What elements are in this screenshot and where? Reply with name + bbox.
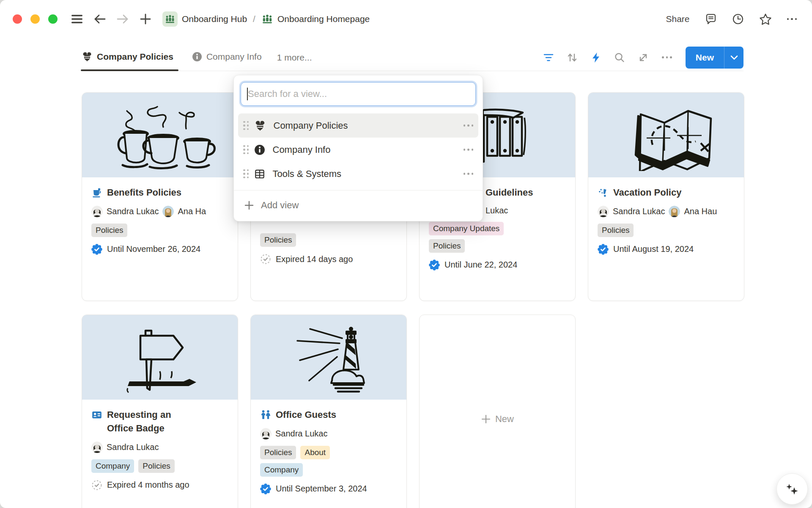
- tab-label: Company Info: [206, 52, 262, 62]
- card-status: Until August 19, 2024: [598, 244, 735, 255]
- more-options-icon[interactable]: [787, 18, 797, 20]
- card-office-badge[interactable]: Requesting an Office Badge Sandra Lukac …: [82, 315, 238, 508]
- plus-icon: [244, 200, 254, 210]
- bee-icon: [82, 52, 93, 62]
- card-authors: Sandra Lukac Ana Ha: [91, 206, 228, 217]
- add-view-label: Add view: [261, 200, 299, 211]
- card-body: Vacation Policy Sandra Lukac Ana Hau Pol…: [588, 177, 744, 263]
- drag-handle-icon[interactable]: [243, 121, 249, 130]
- card-title: Vacation Policy: [598, 186, 735, 199]
- minimize-window-button[interactable]: [30, 14, 40, 24]
- card-body: Requesting an Office Badge Sandra Lukac …: [82, 400, 238, 499]
- favorite-star-icon[interactable]: [759, 13, 772, 25]
- view-item-more-icon[interactable]: [464, 149, 474, 151]
- tab-label: Company Policies: [97, 52, 173, 62]
- expand-icon[interactable]: [634, 48, 653, 67]
- expired-check-icon: [260, 254, 271, 265]
- author-name: Sandra Lukac: [613, 207, 665, 216]
- lightning-icon[interactable]: [587, 48, 605, 67]
- new-button-label[interactable]: New: [686, 47, 724, 69]
- filter-icon[interactable]: [539, 48, 558, 67]
- status-text: Expired 14 days ago: [276, 254, 353, 264]
- drag-handle-icon[interactable]: [243, 169, 249, 179]
- tab-company-info[interactable]: Company Info: [192, 44, 262, 71]
- card-tags: Policies: [598, 224, 735, 237]
- sort-icon[interactable]: [563, 48, 582, 67]
- card-status: Until June 22, 2024: [429, 260, 566, 271]
- status-text: Expired 4 months ago: [107, 480, 189, 490]
- view-item-more-icon[interactable]: [464, 173, 474, 175]
- more-icon[interactable]: [658, 48, 676, 67]
- close-window-button[interactable]: [13, 14, 22, 24]
- view-search-input[interactable]: [241, 82, 476, 106]
- people-meeting-icon: [162, 11, 178, 27]
- status-text: Until September 3, 2024: [276, 484, 367, 494]
- card-tags: Policies About Company: [260, 446, 351, 477]
- people-meeting-icon: [261, 14, 273, 24]
- window-controls: [13, 14, 58, 24]
- back-icon[interactable]: [91, 11, 108, 28]
- view-toolbar: New: [539, 47, 743, 69]
- breadcrumb-page-label: Onboarding Homepage: [277, 14, 370, 24]
- breadcrumb-page[interactable]: Onboarding Homepage: [261, 14, 370, 24]
- tag: Policies: [260, 233, 296, 247]
- view-item-more-icon[interactable]: [464, 124, 474, 127]
- view-item-label: Company Info: [273, 144, 331, 155]
- avatar: [162, 206, 174, 217]
- card-title: Benefits Policies: [91, 186, 228, 199]
- card-tags: Company Updates Policies: [429, 222, 520, 253]
- search-icon[interactable]: [610, 48, 629, 67]
- author-name: Sandra Lukac: [107, 207, 159, 216]
- avatar: [598, 206, 609, 217]
- card-benefits-policies[interactable]: Benefits Policies Sandra Lukac Ana Ha Po…: [82, 92, 238, 301]
- status-text: Until August 19, 2024: [613, 244, 694, 254]
- history-clock-icon[interactable]: [732, 13, 744, 25]
- view-item-company-info[interactable]: Company Info: [238, 138, 478, 162]
- view-item-tools-systems[interactable]: Tools & Systems: [238, 162, 478, 186]
- tag: Policies: [260, 446, 296, 459]
- table-icon: [254, 168, 265, 179]
- card-status: Until November 26, 2024: [91, 244, 228, 255]
- breadcrumb-root[interactable]: Onboarding Hub: [162, 11, 247, 27]
- view-item-label: Tools & Systems: [273, 168, 342, 179]
- author-name: Sandra Lukac: [275, 429, 327, 439]
- tag: About: [300, 446, 330, 459]
- author-name: Lukac: [486, 206, 508, 215]
- comments-icon[interactable]: [705, 13, 717, 25]
- status-text: Until November 26, 2024: [107, 244, 200, 254]
- card-title: Requesting an Office Badge: [91, 408, 228, 435]
- card-vacation-policy[interactable]: Vacation Policy Sandra Lukac Ana Hau Pol…: [588, 92, 744, 301]
- author-name: Ana Hau: [684, 207, 717, 216]
- share-button[interactable]: Share: [666, 14, 689, 24]
- verified-badge-icon: [91, 244, 102, 255]
- tab-company-policies[interactable]: Company Policies: [82, 44, 173, 71]
- drag-handle-icon[interactable]: [243, 145, 249, 155]
- celebration-icon: [598, 187, 609, 198]
- card-office-guests[interactable]: Office Guests Sandra Lukac Policies Abou…: [250, 315, 407, 508]
- card-tags: Policies: [260, 233, 397, 247]
- card-authors: Sandra Lukac: [91, 442, 228, 453]
- folded-map-illustration: [588, 93, 744, 177]
- expired-check-icon: [91, 480, 102, 491]
- zoom-window-button[interactable]: [48, 14, 58, 24]
- add-view-button[interactable]: Add view: [234, 192, 483, 218]
- tag: Policies: [598, 224, 634, 237]
- new-card-label: New: [495, 414, 514, 425]
- chevron-down-icon[interactable]: [724, 47, 743, 69]
- tag: Company: [260, 463, 303, 477]
- author-name: Ana Ha: [178, 207, 206, 216]
- forward-icon[interactable]: [114, 11, 131, 28]
- breadcrumb-separator: /: [252, 14, 256, 24]
- new-card-button[interactable]: New: [419, 315, 576, 508]
- view-item-company-policies[interactable]: Company Policies: [238, 113, 478, 138]
- titlebar: Onboarding Hub / Onboarding Homepage Sha…: [0, 0, 812, 38]
- sidebar-menu-icon[interactable]: [69, 11, 85, 28]
- avatar: [91, 206, 103, 217]
- card-tags: Company Policies: [91, 459, 228, 473]
- more-views-button[interactable]: 1 more...: [277, 52, 312, 63]
- new-button[interactable]: New: [686, 47, 743, 69]
- card-body: Office Guests Sandra Lukac Policies Abou…: [251, 400, 406, 503]
- ai-assistant-button[interactable]: [776, 473, 808, 505]
- breadcrumb: Onboarding Hub / Onboarding Homepage: [162, 11, 370, 27]
- new-page-plus-icon[interactable]: [137, 11, 154, 28]
